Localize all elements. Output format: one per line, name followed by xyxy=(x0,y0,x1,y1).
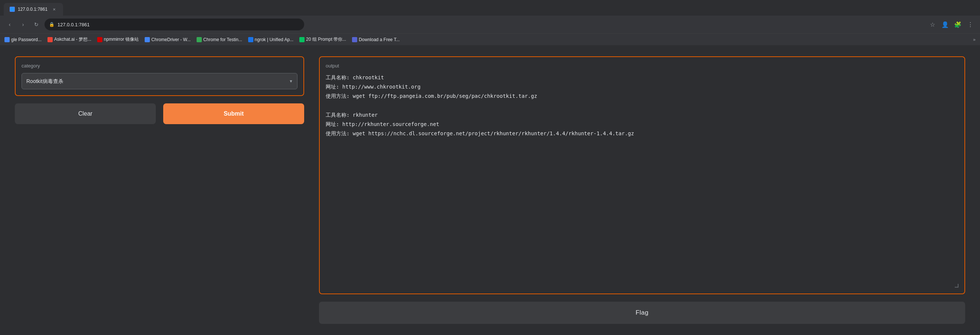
bookmark-label: npmmirror 镜像站 xyxy=(104,37,139,43)
bookmark-label: gle Password... xyxy=(11,37,41,42)
bookmark-label: 20 组 Prompt 带你... xyxy=(306,37,346,43)
bookmark-label: ngrok | Unified Ap... xyxy=(255,37,294,42)
bookmark-favicon xyxy=(145,37,150,42)
browser-chrome: 🌐 127.0.0.1:7861 ✕ ‹ › ↻ 🔒 127.0.0.1:786… xyxy=(0,0,980,33)
url-text: 127.0.0.1:7861 xyxy=(57,22,90,27)
reload-button[interactable]: ↻ xyxy=(31,19,41,30)
bookmark-item[interactable]: Chrome for Testin... xyxy=(197,37,242,42)
toolbar-icons: ☆ 👤 🧩 ⋮ xyxy=(928,19,975,30)
bookmark-item[interactable]: ChromeDriver - W... xyxy=(145,37,191,42)
flag-button[interactable]: Flag xyxy=(319,302,965,324)
more-bookmarks[interactable]: » xyxy=(973,37,975,42)
bookmark-favicon xyxy=(48,37,52,42)
bookmark-favicon xyxy=(248,37,253,42)
bookmark-item[interactable]: npmmirror 镜像站 xyxy=(97,37,139,43)
tab-favicon: 🌐 xyxy=(10,7,15,12)
output-section: output xyxy=(319,56,965,294)
right-panel: output Flag xyxy=(319,56,965,324)
menu-icon[interactable]: ⋮ xyxy=(965,19,975,30)
bookmark-favicon xyxy=(299,37,304,42)
bookmark-favicon xyxy=(5,37,10,42)
resize-handle[interactable] xyxy=(955,284,958,287)
left-panel: category Rootkit病毒查杀 Clear Submit xyxy=(15,56,304,324)
tab-bar: 🌐 127.0.0.1:7861 ✕ xyxy=(0,0,980,16)
bookmark-item[interactable]: gle Password... xyxy=(5,37,41,42)
category-select[interactable]: Rootkit病毒查杀 xyxy=(22,73,298,89)
bookmark-label: ChromeDriver - W... xyxy=(151,37,191,42)
tab-title: 127.0.0.1:7861 xyxy=(18,7,48,12)
bookmark-star-icon[interactable]: ☆ xyxy=(928,19,938,30)
category-select-wrapper[interactable]: Rootkit病毒查杀 xyxy=(22,73,298,89)
main-content: category Rootkit病毒查杀 Clear Submit output… xyxy=(0,45,980,335)
category-label: category xyxy=(22,63,298,68)
extension-icon[interactable]: 🧩 xyxy=(953,19,963,30)
bookmark-item[interactable]: 20 组 Prompt 带你... xyxy=(299,37,346,43)
bookmark-item[interactable]: Download a Free T... xyxy=(352,37,400,42)
output-label: output xyxy=(326,63,958,68)
active-tab[interactable]: 🌐 127.0.0.1:7861 ✕ xyxy=(4,3,63,16)
bookmark-favicon xyxy=(197,37,202,42)
clear-button[interactable]: Clear xyxy=(15,103,156,124)
forward-button[interactable]: › xyxy=(18,19,28,30)
address-bar[interactable]: 🔒 127.0.0.1:7861 xyxy=(45,19,304,30)
output-textarea[interactable] xyxy=(326,73,958,284)
buttons-row: Clear Submit xyxy=(15,103,304,124)
tab-close-button[interactable]: ✕ xyxy=(51,6,57,12)
bookmark-item[interactable]: ngrok | Unified Ap... xyxy=(248,37,294,42)
bookmark-favicon xyxy=(97,37,102,42)
bookmark-label: Chrome for Testin... xyxy=(203,37,242,42)
profile-icon[interactable]: 👤 xyxy=(940,19,950,30)
lock-icon: 🔒 xyxy=(49,22,54,27)
bookmark-item[interactable]: Askchat.ai - 梦想... xyxy=(48,37,91,43)
bookmark-label: Askchat.ai - 梦想... xyxy=(54,37,91,43)
bookmarks-bar: gle Password... Askchat.ai - 梦想... npmmi… xyxy=(0,33,980,45)
browser-toolbar: ‹ › ↻ 🔒 127.0.0.1:7861 ☆ 👤 🧩 ⋮ xyxy=(0,16,980,33)
submit-button[interactable]: Submit xyxy=(163,103,304,124)
bookmark-label: Download a Free T... xyxy=(359,37,400,42)
category-section: category Rootkit病毒查杀 xyxy=(15,56,304,96)
back-button[interactable]: ‹ xyxy=(5,19,15,30)
bookmark-favicon xyxy=(352,37,357,42)
